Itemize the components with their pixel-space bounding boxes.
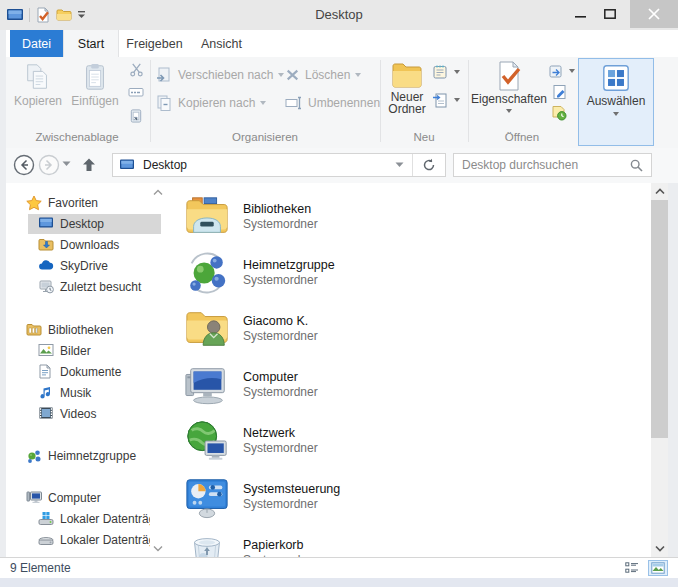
refresh-icon[interactable] xyxy=(413,158,445,172)
sidebar-item-lokaler-datentraeger-1[interactable]: Lokaler Datenträg xyxy=(38,509,150,529)
search-icon[interactable] xyxy=(630,159,643,172)
sidebar-scroll-up-icon[interactable] xyxy=(151,186,165,198)
content-area: Favoriten Desktop Downloads SkyDrive Zul… xyxy=(6,183,651,557)
rename-icon xyxy=(285,96,303,110)
copy-path-icon xyxy=(128,85,144,99)
edit-button[interactable] xyxy=(548,82,570,102)
homegroup-spheres-icon xyxy=(184,250,230,296)
move-to-button[interactable]: Verschieben nach xyxy=(156,64,284,86)
music-icon xyxy=(38,385,54,401)
computer-icon xyxy=(26,490,42,506)
new-folder-button[interactable]: Neuer Ordner xyxy=(384,58,430,131)
paste-button[interactable]: Einfügen xyxy=(66,58,124,131)
maximize-button[interactable] xyxy=(596,0,624,28)
cut-button[interactable] xyxy=(125,59,147,79)
easy-access-button[interactable] xyxy=(432,89,460,111)
tab-datei[interactable]: Datei xyxy=(10,30,63,57)
address-bar[interactable]: Desktop xyxy=(112,153,446,177)
copy-to-button[interactable]: Kopieren nach xyxy=(156,92,266,114)
tab-ansicht[interactable]: Ansicht xyxy=(191,30,252,57)
sidebar-item-favoriten[interactable]: Favoriten xyxy=(26,193,98,213)
tab-freigeben[interactable]: Freigeben xyxy=(118,30,191,57)
sidebar-scroll-down-icon[interactable] xyxy=(151,542,165,554)
delete-x-icon xyxy=(285,68,300,82)
details-view-button[interactable] xyxy=(622,560,642,576)
group-oeffnen: Eigenschaften Öffnen xyxy=(470,57,574,147)
documents-icon xyxy=(38,364,54,380)
main-scrollbar[interactable] xyxy=(651,183,668,557)
file-item-heimnetzgruppe[interactable]: HeimnetzgruppeSystemordner xyxy=(184,248,614,298)
sidebar-item-downloads[interactable]: Downloads xyxy=(38,235,119,255)
new-item-button[interactable] xyxy=(432,61,460,83)
address-dropdown-icon[interactable] xyxy=(395,162,404,168)
group-neu: Neuer Ordner Neu xyxy=(382,57,466,147)
history-button[interactable] xyxy=(548,103,570,123)
network-globe-icon xyxy=(184,418,230,464)
new-item-icon xyxy=(432,64,449,80)
recent-pages-chevron-icon[interactable] xyxy=(62,161,71,167)
back-button[interactable] xyxy=(13,154,35,176)
sidebar-item-desktop[interactable]: Desktop xyxy=(38,214,104,234)
recycle-bin-icon xyxy=(184,530,230,557)
sidebar-item-bibliotheken[interactable]: Bibliotheken xyxy=(26,320,113,340)
close-button[interactable] xyxy=(630,0,678,28)
sidebar-item-dokumente[interactable]: Dokumente xyxy=(38,362,121,382)
file-item-netzwerk[interactable]: NetzwerkSystemordner xyxy=(184,416,614,466)
tab-start[interactable]: Start xyxy=(63,30,119,57)
downloads-icon xyxy=(38,237,54,253)
address-text: Desktop xyxy=(143,158,187,172)
copy-path-button[interactable] xyxy=(125,82,147,102)
scrollbar-thumb[interactable] xyxy=(651,200,668,438)
sidebar-item-bilder[interactable]: Bilder xyxy=(38,341,91,361)
scroll-up-icon[interactable] xyxy=(651,183,668,200)
sidebar-item-zuletzt-besucht[interactable]: Zuletzt besucht xyxy=(38,277,141,297)
search-box[interactable] xyxy=(453,153,652,177)
search-input[interactable] xyxy=(454,158,630,172)
forward-button[interactable] xyxy=(38,154,60,176)
open-icon xyxy=(548,64,564,79)
sidebar-item-musik[interactable]: Musik xyxy=(38,383,91,403)
large-icons-view-button[interactable] xyxy=(648,560,668,576)
explorer-app-icon[interactable] xyxy=(6,7,24,23)
user-folder-icon xyxy=(184,306,230,352)
history-icon xyxy=(551,105,567,121)
libraries-folder-icon xyxy=(184,194,230,240)
explorer-window: Desktop Datei Start Freigeben Ansicht ? … xyxy=(0,0,678,587)
sidebar-item-heimnetzgruppe[interactable]: Heimnetzgruppe xyxy=(26,446,136,466)
sidebar-item-computer[interactable]: Computer xyxy=(26,488,101,508)
file-item-systemsteuerung[interactable]: SystemsteuerungSystemordner xyxy=(184,472,614,522)
qat-new-folder-icon[interactable] xyxy=(56,8,72,22)
sidebar-item-lokaler-datentraeger-2[interactable]: Lokaler Datenträg xyxy=(38,530,150,550)
star-icon xyxy=(26,195,42,211)
properties-button[interactable]: Eigenschaften xyxy=(472,58,546,131)
paste-icon xyxy=(80,61,110,93)
select-button[interactable]: Auswählen xyxy=(578,58,654,146)
copy-button[interactable]: Kopieren xyxy=(10,58,66,131)
qat-separator xyxy=(29,8,30,22)
sidebar-item-skydrive[interactable]: SkyDrive xyxy=(38,256,108,276)
group-label-organisieren: Organisieren xyxy=(152,129,378,145)
ribbon: Kopieren Einfügen Zwischenablage Verschi… xyxy=(0,57,678,149)
file-item-computer[interactable]: ComputerSystemordner xyxy=(184,360,614,410)
rename-button[interactable]: Umbenennen xyxy=(285,92,380,114)
qat-properties-icon[interactable] xyxy=(35,7,51,23)
title-bar: Desktop xyxy=(0,0,678,30)
item-count: 9 Elemente xyxy=(10,561,71,575)
scroll-down-icon[interactable] xyxy=(651,540,668,557)
new-folder-icon xyxy=(391,61,423,89)
sidebar-item-videos[interactable]: Videos xyxy=(38,404,96,424)
group-label-oeffnen: Öffnen xyxy=(470,129,574,145)
qat-customize-chevron-icon[interactable] xyxy=(77,11,86,19)
desktop-icon xyxy=(38,216,54,232)
up-button[interactable] xyxy=(80,156,98,174)
file-item-papierkorb[interactable]: PapierkorbSystemordner xyxy=(184,528,614,557)
minimize-button[interactable] xyxy=(566,0,594,28)
paste-shortcut-button[interactable] xyxy=(125,105,147,125)
open-button[interactable] xyxy=(548,60,575,82)
file-item-user-folder[interactable]: Giacomo K.Systemordner xyxy=(184,304,614,354)
copy-icon xyxy=(23,61,53,93)
delete-button[interactable]: Löschen xyxy=(285,64,361,86)
drive-icon xyxy=(38,532,54,548)
copy-to-icon xyxy=(156,95,173,111)
file-item-bibliotheken[interactable]: BibliothekenSystemordner xyxy=(184,192,614,242)
